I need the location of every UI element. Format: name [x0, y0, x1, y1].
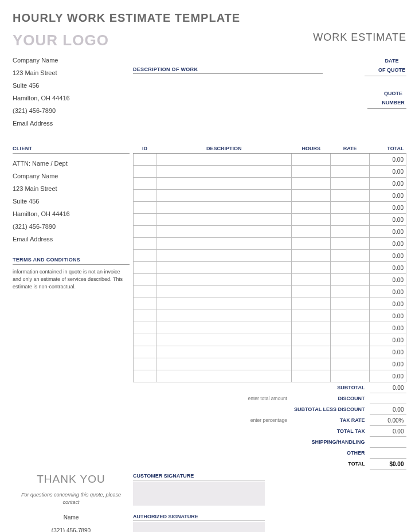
cell-rate[interactable] [331, 190, 370, 202]
authorized-signature-box[interactable] [133, 522, 265, 532]
cell-hours[interactable] [292, 262, 331, 274]
cell-total: 0.00 [370, 298, 406, 310]
cell-id[interactable] [134, 346, 156, 358]
table-row: 0.00 [134, 346, 406, 358]
cell-rate[interactable] [331, 334, 370, 346]
cell-hours[interactable] [292, 370, 331, 382]
cell-rate[interactable] [331, 262, 370, 274]
cell-description[interactable] [156, 250, 292, 262]
cell-hours[interactable] [292, 310, 331, 322]
client-city: Hamilton, OH 44416 [13, 208, 130, 220]
cell-id[interactable] [134, 334, 156, 346]
cell-total: 0.00 [370, 322, 406, 334]
cell-hours[interactable] [292, 226, 331, 238]
totals-hint: enter percentage [156, 415, 292, 426]
cell-description[interactable] [156, 226, 292, 238]
cell-id[interactable] [134, 202, 156, 214]
cell-description[interactable] [156, 274, 292, 286]
cell-hours[interactable] [292, 334, 331, 346]
cell-rate[interactable] [331, 214, 370, 226]
cell-id[interactable] [134, 154, 156, 166]
cell-rate[interactable] [331, 346, 370, 358]
cell-description[interactable] [156, 358, 292, 370]
client-block: ATTN: Name / Dept Company Name 123 Main … [13, 157, 130, 245]
totals-label: TOTAL TAX [292, 426, 370, 437]
quote-label-2: NUMBER [381, 98, 405, 107]
totals-value[interactable] [370, 393, 406, 404]
cell-rate[interactable] [331, 298, 370, 310]
cell-id[interactable] [134, 322, 156, 334]
cell-hours[interactable] [292, 154, 331, 166]
cell-rate[interactable] [331, 178, 370, 190]
cell-id[interactable] [134, 358, 156, 370]
cell-description[interactable] [156, 190, 292, 202]
cell-id[interactable] [134, 178, 156, 190]
cell-id[interactable] [134, 286, 156, 298]
cell-description[interactable] [156, 322, 292, 334]
cell-id[interactable] [134, 310, 156, 322]
totals-row: enter total amountDISCOUNT [134, 393, 406, 404]
cell-description[interactable] [156, 202, 292, 214]
cell-hours[interactable] [292, 178, 331, 190]
cell-rate[interactable] [331, 358, 370, 370]
table-row: 0.00 [134, 178, 406, 190]
cell-description[interactable] [156, 298, 292, 310]
cell-id[interactable] [134, 214, 156, 226]
cell-hours[interactable] [292, 286, 331, 298]
cell-id[interactable] [134, 190, 156, 202]
cell-description[interactable] [156, 154, 292, 166]
authorized-signature-block: AUTHORIZED SIGNATURE [133, 514, 265, 532]
cell-id[interactable] [134, 166, 156, 178]
cell-rate[interactable] [331, 238, 370, 250]
cell-description[interactable] [156, 166, 292, 178]
cell-description[interactable] [156, 238, 292, 250]
cell-id[interactable] [134, 226, 156, 238]
cell-description[interactable] [156, 346, 292, 358]
totals-hint [156, 404, 292, 415]
cell-id[interactable] [134, 274, 156, 286]
cell-hours[interactable] [292, 238, 331, 250]
totals-label: TOTAL [292, 459, 370, 470]
contact-phone: (321) 456-7890 [13, 527, 130, 532]
cell-rate[interactable] [331, 154, 370, 166]
customer-signature-box[interactable] [133, 482, 265, 506]
cell-hours[interactable] [292, 358, 331, 370]
cell-hours[interactable] [292, 214, 331, 226]
cell-hours[interactable] [292, 274, 331, 286]
cell-total: 0.00 [370, 250, 406, 262]
cell-hours[interactable] [292, 322, 331, 334]
cell-id[interactable] [134, 238, 156, 250]
cell-rate[interactable] [331, 274, 370, 286]
cell-description[interactable] [156, 310, 292, 322]
cell-hours[interactable] [292, 346, 331, 358]
cell-hours[interactable] [292, 166, 331, 178]
cell-hours[interactable] [292, 190, 331, 202]
cell-description[interactable] [156, 286, 292, 298]
cell-rate[interactable] [331, 286, 370, 298]
cell-id[interactable] [134, 262, 156, 274]
description-of-work-label: DESCRIPTION OF WORK [133, 66, 323, 74]
cell-id[interactable] [134, 370, 156, 382]
cell-description[interactable] [156, 214, 292, 226]
cell-rate[interactable] [331, 166, 370, 178]
cell-rate[interactable] [331, 322, 370, 334]
cell-rate[interactable] [331, 310, 370, 322]
totals-value: 0.00 [370, 382, 406, 393]
cell-id[interactable] [134, 250, 156, 262]
cell-hours[interactable] [292, 250, 331, 262]
cell-description[interactable] [156, 334, 292, 346]
cell-id[interactable] [134, 298, 156, 310]
cell-rate[interactable] [331, 370, 370, 382]
totals-value: 0.00 [370, 426, 406, 437]
cell-description[interactable] [156, 178, 292, 190]
table-row: 0.00 [134, 310, 406, 322]
cell-hours[interactable] [292, 298, 331, 310]
cell-rate[interactable] [331, 202, 370, 214]
cell-description[interactable] [156, 262, 292, 274]
cell-description[interactable] [156, 370, 292, 382]
cell-rate[interactable] [331, 226, 370, 238]
cell-hours[interactable] [292, 202, 331, 214]
cell-total: 0.00 [370, 214, 406, 226]
cell-rate[interactable] [331, 250, 370, 262]
totals-value[interactable]: 0.00% [370, 415, 406, 426]
